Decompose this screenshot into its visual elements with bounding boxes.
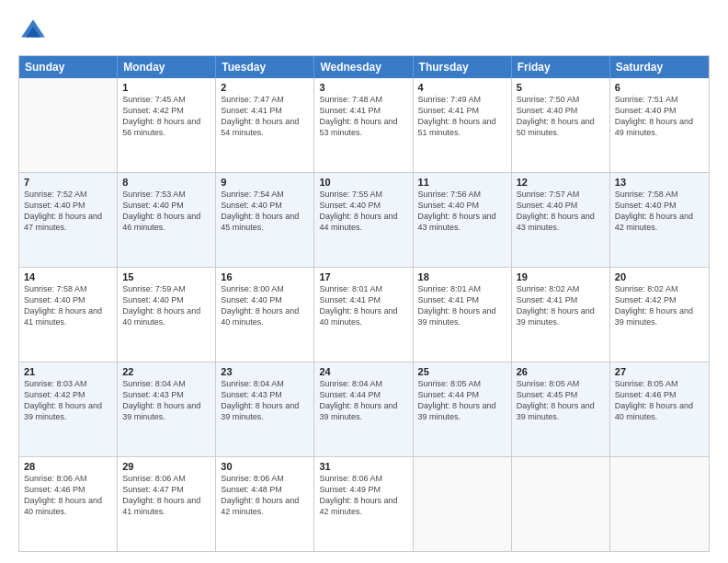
day-number: 22 (122, 366, 210, 377)
day-cell-9: 9Sunrise: 7:54 AMSunset: 4:40 PMDaylight… (216, 173, 314, 267)
day-cell-13: 13Sunrise: 7:58 AMSunset: 4:40 PMDayligh… (610, 173, 709, 267)
day-number: 2 (221, 82, 309, 93)
day-cell-19: 19Sunrise: 8:02 AMSunset: 4:41 PMDayligh… (512, 268, 610, 362)
calendar-header: SundayMondayTuesdayWednesdayThursdayFrid… (19, 56, 709, 78)
header-day-thursday: Thursday (414, 56, 512, 78)
day-cell-4: 4Sunrise: 7:49 AMSunset: 4:41 PMDaylight… (414, 78, 512, 172)
day-number: 13 (615, 177, 704, 188)
day-cell-3: 3Sunrise: 7:48 AMSunset: 4:41 PMDaylight… (314, 78, 413, 172)
day-cell-27: 27Sunrise: 8:05 AMSunset: 4:46 PMDayligh… (610, 362, 709, 456)
cell-info: Sunrise: 8:04 AMSunset: 4:43 PMDaylight:… (122, 378, 210, 423)
day-number: 28 (24, 461, 112, 472)
day-number: 6 (615, 82, 704, 93)
day-cell-14: 14Sunrise: 7:58 AMSunset: 4:40 PMDayligh… (19, 268, 118, 362)
day-cell-22: 22Sunrise: 8:04 AMSunset: 4:43 PMDayligh… (118, 362, 216, 456)
day-number: 14 (24, 271, 112, 282)
day-cell-23: 23Sunrise: 8:04 AMSunset: 4:43 PMDayligh… (216, 362, 314, 456)
cell-info: Sunrise: 7:51 AMSunset: 4:40 PMDaylight:… (615, 94, 704, 139)
day-number: 8 (122, 177, 210, 188)
cell-info: Sunrise: 8:01 AMSunset: 4:41 PMDaylight:… (418, 283, 506, 328)
day-number: 4 (418, 82, 506, 93)
calendar-row-0: 1Sunrise: 7:45 AMSunset: 4:42 PMDaylight… (19, 78, 709, 172)
cell-info: Sunrise: 7:54 AMSunset: 4:40 PMDaylight:… (221, 189, 309, 234)
calendar-row-2: 14Sunrise: 7:58 AMSunset: 4:40 PMDayligh… (19, 267, 709, 362)
cell-info: Sunrise: 8:02 AMSunset: 4:41 PMDaylight:… (517, 283, 605, 328)
day-cell-6: 6Sunrise: 7:51 AMSunset: 4:40 PMDaylight… (610, 78, 709, 172)
day-number: 21 (24, 366, 112, 377)
cell-info: Sunrise: 8:06 AMSunset: 4:48 PMDaylight:… (221, 473, 309, 518)
header-day-saturday: Saturday (610, 56, 709, 78)
cell-info: Sunrise: 7:45 AMSunset: 4:42 PMDaylight:… (122, 94, 210, 139)
day-number: 16 (221, 271, 309, 282)
cell-info: Sunrise: 8:01 AMSunset: 4:41 PMDaylight:… (319, 283, 407, 328)
day-cell-21: 21Sunrise: 8:03 AMSunset: 4:42 PMDayligh… (19, 362, 118, 456)
cell-info: Sunrise: 8:00 AMSunset: 4:40 PMDaylight:… (221, 283, 309, 328)
empty-cell (414, 457, 512, 551)
day-number: 29 (122, 461, 210, 472)
cell-info: Sunrise: 8:05 AMSunset: 4:44 PMDaylight:… (418, 378, 506, 423)
calendar-body: 1Sunrise: 7:45 AMSunset: 4:42 PMDaylight… (19, 78, 709, 551)
header-day-monday: Monday (118, 56, 216, 78)
day-number: 25 (418, 366, 506, 377)
calendar-row-3: 21Sunrise: 8:03 AMSunset: 4:42 PMDayligh… (19, 362, 709, 456)
day-number: 5 (517, 82, 605, 93)
header-day-friday: Friday (512, 56, 610, 78)
day-cell-17: 17Sunrise: 8:01 AMSunset: 4:41 PMDayligh… (314, 268, 413, 362)
logo-icon (18, 17, 48, 46)
cell-info: Sunrise: 8:06 AMSunset: 4:49 PMDaylight:… (319, 473, 407, 518)
day-number: 31 (319, 461, 407, 472)
day-cell-20: 20Sunrise: 8:02 AMSunset: 4:42 PMDayligh… (610, 268, 709, 362)
cell-info: Sunrise: 7:49 AMSunset: 4:41 PMDaylight:… (418, 94, 506, 139)
day-cell-5: 5Sunrise: 7:50 AMSunset: 4:40 PMDaylight… (512, 78, 610, 172)
day-number: 27 (615, 366, 704, 377)
cell-info: Sunrise: 8:02 AMSunset: 4:42 PMDaylight:… (615, 283, 704, 328)
cell-info: Sunrise: 7:50 AMSunset: 4:40 PMDaylight:… (517, 94, 605, 139)
day-cell-25: 25Sunrise: 8:05 AMSunset: 4:44 PMDayligh… (414, 362, 512, 456)
cell-info: Sunrise: 8:04 AMSunset: 4:43 PMDaylight:… (221, 378, 309, 423)
day-number: 26 (517, 366, 605, 377)
day-cell-2: 2Sunrise: 7:47 AMSunset: 4:41 PMDaylight… (216, 78, 314, 172)
day-number: 3 (319, 82, 407, 93)
header-day-tuesday: Tuesday (216, 56, 314, 78)
day-cell-31: 31Sunrise: 8:06 AMSunset: 4:49 PMDayligh… (314, 457, 413, 551)
cell-info: Sunrise: 7:53 AMSunset: 4:40 PMDaylight:… (122, 189, 210, 234)
day-number: 18 (418, 271, 506, 282)
day-number: 9 (221, 177, 309, 188)
calendar: SundayMondayTuesdayWednesdayThursdayFrid… (18, 55, 710, 552)
empty-cell (19, 78, 118, 172)
day-number: 11 (418, 177, 506, 188)
cell-info: Sunrise: 7:57 AMSunset: 4:40 PMDaylight:… (517, 189, 605, 234)
cell-info: Sunrise: 7:47 AMSunset: 4:41 PMDaylight:… (221, 94, 309, 139)
cell-info: Sunrise: 7:58 AMSunset: 4:40 PMDaylight:… (615, 189, 704, 234)
day-cell-29: 29Sunrise: 8:06 AMSunset: 4:47 PMDayligh… (118, 457, 216, 551)
day-number: 7 (24, 177, 112, 188)
page: SundayMondayTuesdayWednesdayThursdayFrid… (0, 0, 728, 563)
cell-info: Sunrise: 7:52 AMSunset: 4:40 PMDaylight:… (24, 189, 112, 234)
day-cell-8: 8Sunrise: 7:53 AMSunset: 4:40 PMDaylight… (118, 173, 216, 267)
day-number: 20 (615, 271, 704, 282)
day-cell-15: 15Sunrise: 7:59 AMSunset: 4:40 PMDayligh… (118, 268, 216, 362)
day-cell-30: 30Sunrise: 8:06 AMSunset: 4:48 PMDayligh… (216, 457, 314, 551)
day-number: 10 (319, 177, 407, 188)
day-cell-24: 24Sunrise: 8:04 AMSunset: 4:44 PMDayligh… (314, 362, 413, 456)
header (18, 17, 710, 46)
day-number: 30 (221, 461, 309, 472)
cell-info: Sunrise: 8:04 AMSunset: 4:44 PMDaylight:… (319, 378, 407, 423)
day-cell-12: 12Sunrise: 7:57 AMSunset: 4:40 PMDayligh… (512, 173, 610, 267)
day-cell-26: 26Sunrise: 8:05 AMSunset: 4:45 PMDayligh… (512, 362, 610, 456)
cell-info: Sunrise: 7:59 AMSunset: 4:40 PMDaylight:… (122, 283, 210, 328)
day-cell-18: 18Sunrise: 8:01 AMSunset: 4:41 PMDayligh… (414, 268, 512, 362)
day-number: 19 (517, 271, 605, 282)
day-cell-16: 16Sunrise: 8:00 AMSunset: 4:40 PMDayligh… (216, 268, 314, 362)
day-number: 12 (517, 177, 605, 188)
cell-info: Sunrise: 7:55 AMSunset: 4:40 PMDaylight:… (319, 189, 407, 234)
day-cell-28: 28Sunrise: 8:06 AMSunset: 4:46 PMDayligh… (19, 457, 118, 551)
header-day-wednesday: Wednesday (314, 56, 413, 78)
logo (18, 17, 51, 46)
empty-cell (512, 457, 610, 551)
cell-info: Sunrise: 7:58 AMSunset: 4:40 PMDaylight:… (24, 283, 112, 328)
empty-cell (610, 457, 709, 551)
day-number: 24 (319, 366, 407, 377)
day-number: 17 (319, 271, 407, 282)
cell-info: Sunrise: 8:03 AMSunset: 4:42 PMDaylight:… (24, 378, 112, 423)
